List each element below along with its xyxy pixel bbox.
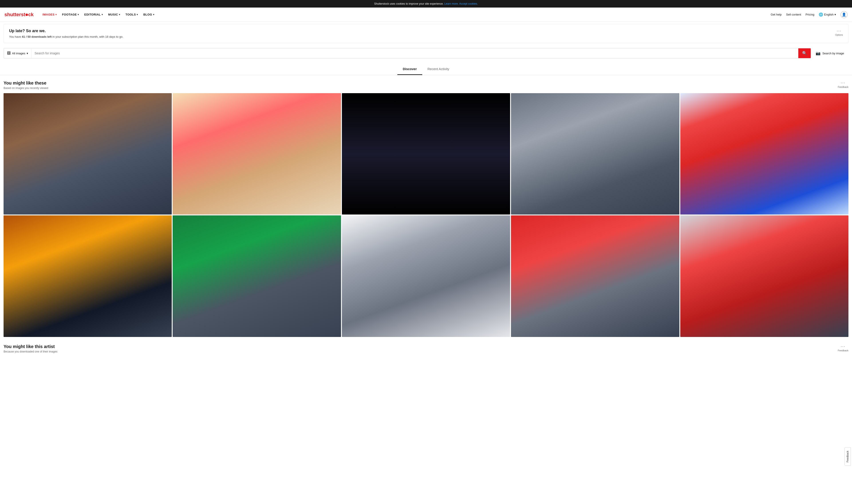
language-selector[interactable]: 🌐 English ▾	[819, 13, 836, 17]
search-section: 🖼 All images ▾ 🔍 📷 Search by image	[0, 45, 852, 61]
user-account-button[interactable]: 👤	[840, 11, 848, 18]
section2-subtitle: Because you downloaded one of their imag…	[3, 350, 57, 353]
list-item[interactable]	[511, 215, 679, 337]
section2-title: You might like this artist	[3, 344, 57, 349]
get-help-link[interactable]: Get help	[771, 13, 782, 16]
logo-text: shutterstck	[4, 12, 34, 18]
search-icon: 🔍	[802, 51, 807, 56]
list-item[interactable]	[3, 215, 172, 337]
nav-tools[interactable]: TOOLS ▾	[123, 11, 140, 18]
search-bar: 🖼 All images ▾ 🔍	[3, 48, 811, 58]
learn-more-link[interactable]: Learn more.	[444, 2, 459, 5]
cookie-banner: Shutterstock uses cookies to improve you…	[0, 0, 852, 7]
section1-feedback-button[interactable]: ··· Feedback	[838, 80, 849, 88]
nav-music[interactable]: MUSIC ▾	[106, 11, 123, 18]
section2-header: You might like this artist Because you d…	[3, 344, 849, 353]
notification-body: You have 41 / 50 downloads left in your …	[9, 35, 123, 38]
logo[interactable]: shutterstck	[4, 12, 34, 18]
list-item[interactable]	[342, 93, 510, 215]
chevron-down-icon: ▾	[26, 52, 28, 55]
list-item[interactable]	[173, 215, 341, 337]
search-submit-button[interactable]: 🔍	[798, 48, 811, 58]
nav-images[interactable]: IMAGES ▾	[40, 11, 59, 18]
chevron-down-icon: ▾	[78, 13, 79, 16]
sell-content-link[interactable]: Sell content	[786, 13, 801, 16]
main-content: You might like these Based on images you…	[0, 75, 852, 362]
section1-subtitle: Based on images you recently viewed	[3, 87, 48, 90]
section1-title: You might like these	[3, 80, 48, 86]
search-type-dropdown[interactable]: 🖼 All images ▾	[4, 48, 32, 58]
section2-feedback-button[interactable]: ··· Feedback	[838, 344, 849, 352]
image-grid-row1	[3, 93, 849, 215]
chevron-down-icon: ▾	[55, 13, 57, 16]
chevron-down-icon: ▾	[153, 13, 155, 16]
list-item[interactable]	[173, 93, 341, 215]
chevron-down-icon: ▾	[102, 13, 103, 16]
nav-blog[interactable]: BLOG ▾	[141, 11, 157, 18]
accept-cookies-link[interactable]: Accept cookies.	[459, 2, 478, 5]
header-right: Get help Sell content Pricing 🌐 English …	[771, 11, 848, 18]
options-button[interactable]: ··· Options	[835, 29, 843, 36]
list-item[interactable]	[680, 215, 849, 337]
camera-icon: 📷	[816, 51, 820, 56]
chevron-down-icon: ▾	[834, 13, 836, 16]
section1-header: You might like these Based on images you…	[3, 80, 849, 90]
chevron-down-icon: ▾	[119, 13, 120, 16]
list-item[interactable]	[680, 93, 849, 215]
list-item[interactable]	[342, 215, 510, 337]
user-icon: 👤	[842, 13, 846, 17]
tabs-section: Discover Recent Activity	[0, 64, 852, 75]
list-item[interactable]	[511, 93, 679, 215]
notification-title: Up late? So are we.	[9, 29, 123, 33]
globe-icon: 🌐	[819, 13, 823, 17]
tab-recent-activity[interactable]: Recent Activity	[422, 64, 455, 75]
ellipsis-icon: ···	[841, 80, 845, 85]
section1-title-group: You might like these Based on images you…	[3, 80, 48, 90]
section2: You might like this artist Because you d…	[3, 344, 849, 353]
image-grid-row2	[3, 215, 849, 337]
downloads-remaining: 41 / 50 downloads left	[22, 35, 52, 38]
chevron-down-icon: ▾	[137, 13, 138, 16]
header: shutterstck IMAGES ▾ FOOTAGE ▾ EDITORIAL…	[0, 7, 852, 22]
notification-banner: Up late? So are we. You have 41 / 50 dow…	[3, 24, 849, 43]
section2-title-group: You might like this artist Because you d…	[3, 344, 57, 353]
tab-discover[interactable]: Discover	[397, 64, 422, 75]
search-by-image-button[interactable]: 📷 Search by image	[811, 51, 849, 56]
nav-editorial[interactable]: EDITORIAL ▾	[82, 11, 105, 18]
notification-content: Up late? So are we. You have 41 / 50 dow…	[9, 29, 123, 38]
nav-footage[interactable]: FOOTAGE ▾	[60, 11, 81, 18]
ellipsis-icon: ···	[841, 344, 845, 349]
main-nav: IMAGES ▾ FOOTAGE ▾ EDITORIAL ▾ MUSIC ▾ T…	[40, 11, 771, 18]
list-item[interactable]	[3, 93, 172, 215]
cookie-text: Shutterstock uses cookies to improve you…	[374, 2, 443, 5]
search-input[interactable]	[32, 48, 798, 58]
image-icon: 🖼	[7, 51, 11, 55]
pricing-link[interactable]: Pricing	[805, 13, 815, 16]
ellipsis-icon: ···	[837, 29, 841, 33]
